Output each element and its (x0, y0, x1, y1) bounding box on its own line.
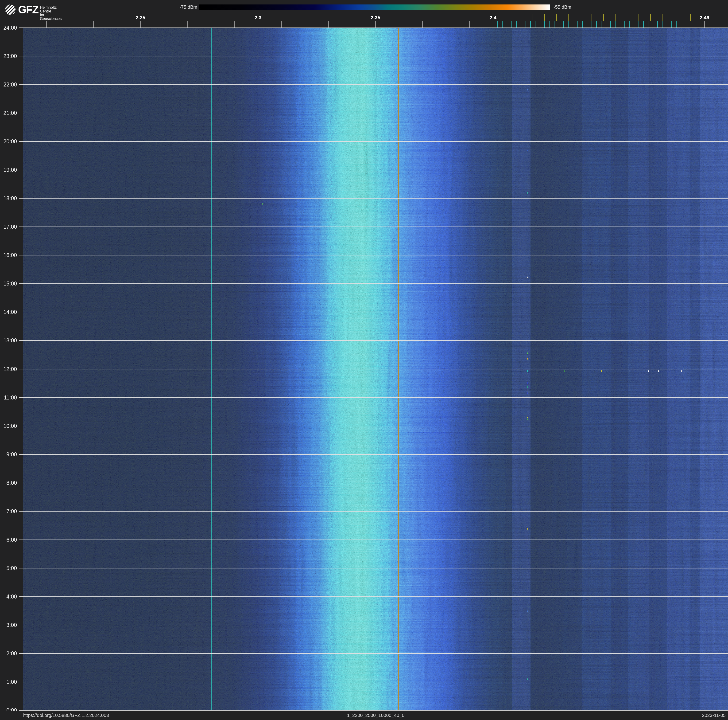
bluetooth-channel-tick (559, 21, 559, 28)
carrier-line (492, 28, 492, 710)
dataset-id-text: 1_2200_2500_10000_40_0 (347, 711, 405, 720)
colorbar-max-label: -55 dBm (554, 5, 586, 10)
hour-label: 4:00 (0, 594, 17, 600)
freq-minor-tick (70, 21, 70, 28)
hour-label: 6:00 (0, 537, 17, 543)
carrier-line (398, 28, 399, 710)
logo-subtitle-line1: Helmholtz Centre (40, 6, 61, 13)
wifi-channel-tick (556, 14, 557, 21)
bluetooth-channel-tick (526, 21, 526, 28)
faint-activity-column (667, 28, 690, 710)
wifi-channel-tick (532, 14, 533, 21)
bluetooth-channel-tick (601, 21, 601, 28)
carrier-line (24, 28, 25, 710)
bluetooth-channel-tick (639, 21, 639, 28)
bluetooth-channel-tick (606, 21, 606, 28)
freq-tick-label: 2.4 (489, 15, 496, 20)
freq-minor-tick (234, 21, 235, 28)
freq-minor-tick (305, 21, 305, 28)
freq-minor-tick (422, 21, 423, 28)
hour-label: 17:00 (0, 224, 17, 230)
wifi-channel-tick (627, 14, 627, 21)
header: GFZ Helmholtz Centre for Geosciences -75… (0, 0, 728, 28)
wifi-channel-tick (603, 14, 604, 21)
bluetooth-channel-tick (568, 21, 569, 28)
freq-minor-tick (704, 21, 705, 28)
bluetooth-channel-tick (648, 21, 648, 28)
hour-label: 8:00 (0, 480, 17, 486)
bluetooth-channel-tick (521, 21, 522, 28)
colorbar-min-label: -75 dBm (174, 5, 197, 10)
freq-minor-tick (375, 21, 376, 28)
freq-tick-label: 2.35 (371, 15, 381, 20)
freq-minor-tick (399, 21, 399, 28)
freq-minor-tick (140, 21, 141, 28)
faint-activity-column (628, 28, 649, 710)
freq-minor-tick (211, 21, 211, 28)
wifi-channel-tick (662, 14, 662, 21)
wifi-channel-tick (568, 14, 569, 21)
wifi-channel-tick (615, 14, 615, 21)
bluetooth-channel-tick (544, 21, 545, 28)
hour-label: 12:00 (0, 366, 17, 372)
freq-minor-tick (258, 21, 258, 28)
doi-text: https://doi.org/10.5880/GFZ.1.2.2024.003 (23, 711, 109, 720)
hour-label: 2:00 (0, 650, 17, 657)
freq-tick-label: 2.3 (255, 15, 262, 20)
logo-subtitle: Helmholtz Centre for Geosciences (40, 6, 61, 21)
carrier-lines (23, 28, 728, 710)
bluetooth-channel-tick (516, 21, 517, 28)
noise-columns-texture (23, 28, 728, 710)
freq-minor-tick (117, 21, 117, 28)
wifi-channel-tick (650, 14, 651, 21)
freq-minor-tick (328, 21, 329, 28)
noise-rows-texture (23, 28, 728, 710)
bluetooth-channel-tick (554, 21, 554, 28)
freq-tick-label: 2.25 (136, 15, 145, 20)
hour-label: 13:00 (0, 337, 17, 343)
hour-label: 23:00 (0, 53, 17, 59)
bluetooth-channel-tick (511, 21, 512, 28)
bluetooth-channel-tick (662, 21, 662, 28)
hour-label: 1:00 (0, 679, 17, 685)
wifi-channel-tick (580, 14, 580, 21)
bluetooth-channel-tick (610, 21, 611, 28)
hour-label: 11:00 (0, 395, 17, 401)
freq-minor-tick (93, 21, 94, 28)
noise-grain-texture (23, 28, 728, 710)
bluetooth-channel-tick (592, 21, 592, 28)
wifi-channel-tick (690, 14, 691, 21)
freq-tick-label: 2.49 (700, 15, 709, 20)
bluetooth-channel-tick (582, 21, 583, 28)
spectrogram-page: GFZ Helmholtz Centre for Geosciences -75… (0, 0, 728, 720)
bluetooth-channel-tick (615, 21, 615, 28)
hour-label: 16:00 (0, 252, 17, 258)
carrier-line (541, 28, 541, 710)
logo-subtitle-line2: for Geosciences (40, 13, 61, 21)
footer: https://doi.org/10.5880/GFZ.1.2.2024.003… (0, 711, 728, 720)
wifi-channel-tick (544, 14, 545, 21)
bluetooth-channel-tick (573, 21, 573, 28)
hour-label: 10:00 (0, 423, 17, 429)
hour-label: 5:00 (0, 565, 17, 571)
bluetooth-channel-tick (653, 21, 653, 28)
freq-minor-tick (493, 21, 493, 28)
bluetooth-channel-tick (671, 21, 672, 28)
bluetooth-channel-tick (643, 21, 644, 28)
colorbar (199, 5, 550, 10)
bluetooth-channel-tick (620, 21, 620, 28)
bluetooth-channel-tick (549, 21, 549, 28)
wifi-channel-tick (592, 14, 592, 21)
bluetooth-channel-tick (497, 21, 498, 28)
spectrogram-plot (23, 28, 728, 710)
hour-label: 22:00 (0, 81, 17, 88)
hour-label: 14:00 (0, 309, 17, 315)
wifi-channel-tick (521, 14, 522, 21)
wifi-channel-tick (639, 14, 639, 21)
freq-minor-tick (46, 21, 47, 28)
hour-label: 7:00 (0, 508, 17, 515)
bluetooth-channel-tick (535, 21, 535, 28)
bluetooth-channel-tick (507, 21, 507, 28)
freq-minor-tick (164, 21, 164, 28)
hour-label: 18:00 (0, 195, 17, 201)
